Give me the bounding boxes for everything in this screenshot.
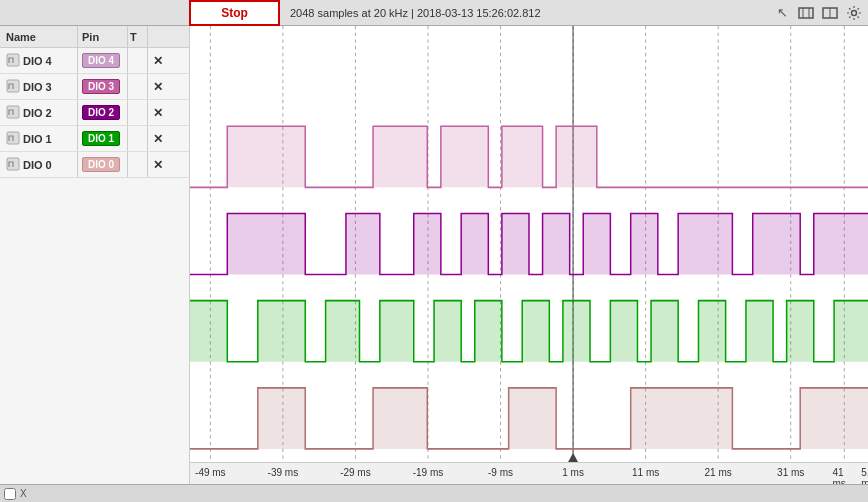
col-t-header: T	[128, 26, 148, 47]
settings-icon[interactable]	[844, 3, 864, 23]
toolbar: Stop 2048 samples at 20 kHz | 2018-03-13…	[0, 0, 868, 26]
channel-t-dio3	[128, 74, 148, 99]
channel-icon-dio3	[6, 79, 20, 95]
channel-row-dio3: DIO 3 DIO 3 ✕	[0, 74, 189, 100]
svg-point-5	[852, 10, 857, 15]
channel-t-dio0	[128, 152, 148, 177]
channel-icon-dio4	[6, 53, 20, 69]
channel-row-dio0: DIO 0 DIO 0 ✕	[0, 152, 189, 178]
time-label: -39 ms	[268, 467, 299, 478]
channel-x-dio1[interactable]: ✕	[148, 126, 168, 151]
zoom-right-icon[interactable]	[820, 3, 840, 23]
channel-x-dio4[interactable]: ✕	[148, 48, 168, 73]
col-x-header	[148, 26, 168, 47]
channel-t-dio1	[128, 126, 148, 151]
waveform-svg	[190, 26, 868, 462]
channel-name-dio4: DIO 4	[0, 48, 78, 73]
channel-label-dio3: DIO 3	[23, 81, 52, 93]
status-bar: X	[0, 484, 868, 502]
channel-icon-dio0	[6, 157, 20, 173]
waveform-canvas[interactable]	[190, 26, 868, 462]
pin-badge-dio4: DIO 4	[82, 53, 120, 68]
x-checkbox[interactable]	[4, 488, 16, 500]
header-icons: ↖	[772, 3, 864, 23]
pin-badge-dio1: DIO 1	[82, 131, 120, 146]
time-label: -9 ms	[488, 467, 513, 478]
time-label: -29 ms	[340, 467, 371, 478]
waveform-area: -49 ms-39 ms-29 ms-19 ms-9 ms1 ms11 ms21…	[190, 26, 868, 484]
pin-badge-dio2: DIO 2	[82, 105, 120, 120]
svg-marker-22	[568, 453, 578, 462]
time-axis: -49 ms-39 ms-29 ms-19 ms-9 ms1 ms11 ms21…	[190, 462, 868, 484]
col-name-header: Name	[0, 26, 78, 47]
channel-x-dio2[interactable]: ✕	[148, 100, 168, 125]
channel-label-dio1: DIO 1	[23, 133, 52, 145]
time-label: -19 ms	[413, 467, 444, 478]
time-label: 1 ms	[562, 467, 584, 478]
channel-pin-dio1: DIO 1	[78, 126, 128, 151]
channel-x-dio0[interactable]: ✕	[148, 152, 168, 177]
col-pin-header: Pin	[78, 26, 128, 47]
channel-pin-dio2: DIO 2	[78, 100, 128, 125]
channel-name-dio0: DIO 0	[0, 152, 78, 177]
time-label: 11 ms	[632, 467, 659, 478]
svg-rect-0	[799, 8, 813, 18]
pin-badge-dio0: DIO 0	[82, 157, 120, 172]
channel-name-dio2: DIO 2	[0, 100, 78, 125]
zoom-fit-icon[interactable]	[796, 3, 816, 23]
time-label: 41 ms	[832, 467, 856, 484]
channel-pin-dio0: DIO 0	[78, 152, 128, 177]
x-label: X	[20, 488, 27, 499]
channel-list-header: Name Pin T	[0, 26, 189, 48]
status-left: X	[4, 488, 27, 500]
channel-list: Name Pin T DIO 4 DIO 4 ✕	[0, 26, 190, 484]
channel-row-dio1: DIO 1 DIO 1 ✕	[0, 126, 189, 152]
channel-pin-dio4: DIO 4	[78, 48, 128, 73]
channel-icon-dio1	[6, 131, 20, 147]
channel-label-dio2: DIO 2	[23, 107, 52, 119]
channel-x-dio3[interactable]: ✕	[148, 74, 168, 99]
channel-name-dio1: DIO 1	[0, 126, 78, 151]
time-labels: -49 ms-39 ms-29 ms-19 ms-9 ms1 ms11 ms21…	[190, 463, 868, 484]
channel-label-dio0: DIO 0	[23, 159, 52, 171]
channel-pin-dio3: DIO 3	[78, 74, 128, 99]
stop-button[interactable]: Stop	[189, 0, 280, 26]
cursor-icon[interactable]: ↖	[772, 3, 792, 23]
main-container: Stop 2048 samples at 20 kHz | 2018-03-13…	[0, 0, 868, 502]
pin-badge-dio3: DIO 3	[82, 79, 120, 94]
time-label: 21 ms	[705, 467, 732, 478]
time-label: -49 ms	[195, 467, 226, 478]
time-label: 51 ms	[861, 467, 868, 484]
header-info: 2048 samples at 20 kHz | 2018-03-13 15:2…	[280, 7, 772, 19]
channel-row-dio4: DIO 4 DIO 4 ✕	[0, 48, 189, 74]
time-label: 31 ms	[777, 467, 804, 478]
channel-icon-dio2	[6, 105, 20, 121]
channel-t-dio2	[128, 100, 148, 125]
content-area: Name Pin T DIO 4 DIO 4 ✕	[0, 26, 868, 484]
channel-t-dio4	[128, 48, 148, 73]
channel-row-dio2: DIO 2 DIO 2 ✕	[0, 100, 189, 126]
channel-name-dio3: DIO 3	[0, 74, 78, 99]
channel-label-dio4: DIO 4	[23, 55, 52, 67]
